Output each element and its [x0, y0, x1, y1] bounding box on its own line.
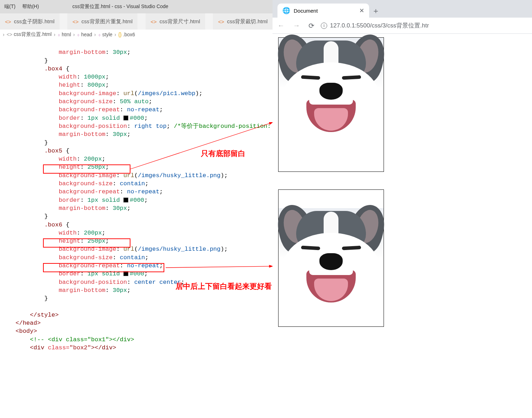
breadcrumb-item[interactable]: head	[81, 32, 92, 37]
close-icon[interactable]: ✕	[359, 7, 364, 14]
vscode-window: 端(T) 帮助(H) css背景位置.html - css - Visual S…	[0, 0, 273, 418]
chevron-right-icon: ›	[53, 32, 56, 37]
demo-box6	[278, 189, 384, 327]
editor-tab[interactable]: <>css盒子阴影.html	[0, 13, 60, 30]
html-file-icon: <>	[72, 19, 79, 25]
plus-icon: ＋	[372, 6, 380, 16]
chevron-right-icon: ›	[73, 32, 76, 37]
annotation-text: 只有底部留白	[201, 149, 245, 158]
html-file-icon: <>	[5, 19, 11, 25]
browser-tab-bar: 🌐 Document ✕ ＋	[273, 0, 532, 18]
browser-window: 🌐 Document ✕ ＋ ← → ⟳ i 127.0.0.1:5500/cs…	[273, 0, 532, 418]
browser-tab-title: Document	[294, 8, 318, 14]
site-info-icon[interactable]: i	[321, 23, 327, 29]
breadcrumb-item[interactable]: style	[102, 32, 112, 37]
browser-tab[interactable]: 🌐 Document ✕	[277, 4, 369, 18]
chevron-right-icon: ›	[2, 32, 5, 37]
code-symbol-icon: ⬨	[77, 32, 80, 37]
menu-bar: 端(T) 帮助(H)	[0, 2, 41, 11]
chevron-right-icon: ›	[114, 32, 117, 37]
code-symbol-icon: ⬨	[98, 32, 101, 37]
vscode-titlebar: 端(T) 帮助(H) css背景位置.html - css - Visual S…	[0, 0, 273, 13]
color-swatch-icon	[123, 198, 128, 202]
address-bar[interactable]: i 127.0.0.1:5500/css/3/css背景位置.htr	[321, 21, 429, 30]
husky-image	[279, 208, 384, 309]
editor-tab[interactable]: <>css背景图片重复.html	[67, 13, 137, 30]
editor-tab[interactable]: <>css背景尺寸.html	[146, 13, 205, 30]
chevron-right-icon: ›	[93, 32, 97, 37]
code-editor[interactable]: margin-bottom: 30px; } .box4 { width: 10…	[0, 39, 273, 360]
color-swatch-icon	[123, 271, 128, 276]
menu-terminal[interactable]: 端(T)	[2, 2, 18, 11]
globe-icon: 🌐	[282, 7, 290, 14]
reload-button[interactable]: ⟳	[306, 19, 317, 32]
code-symbol-icon: ⬨	[57, 32, 60, 37]
editor-tabs: <>css盒子阴影.html <>css背景图片重复.html <>css背景尺…	[0, 13, 273, 30]
breadcrumb-item[interactable]: html	[62, 32, 71, 37]
annotation-text: 居中后上下留白看起来更好看	[176, 281, 272, 291]
demo-box5	[278, 37, 384, 172]
html-file-icon: <>	[218, 19, 224, 25]
husky-image	[279, 38, 384, 138]
breadcrumb: › <> css背景位置.html › ⬨ html › ⬨ head › ⬨ …	[0, 30, 273, 39]
window-title: css背景位置.html - css - Visual Studio Code	[72, 4, 168, 10]
back-button[interactable]: ←	[275, 19, 287, 32]
color-swatch-icon	[123, 116, 128, 120]
html-file-icon: <>	[7, 32, 12, 37]
breadcrumb-item[interactable]: css背景位置.html	[14, 31, 51, 38]
url-text: 127.0.0.1:5500/css/3/css背景位置.htr	[330, 21, 429, 30]
brace-icon: {}	[118, 32, 121, 37]
new-tab-button[interactable]: ＋	[369, 4, 383, 18]
menu-help[interactable]: 帮助(H)	[20, 2, 41, 11]
forward-button[interactable]: →	[291, 19, 302, 32]
editor-tab[interactable]: <>css背景裁切.html	[213, 13, 273, 30]
html-file-icon: <>	[151, 19, 157, 25]
browser-viewport	[273, 34, 532, 418]
browser-toolbar: ← → ⟳ i 127.0.0.1:5500/css/3/css背景位置.htr	[273, 18, 532, 34]
breadcrumb-item[interactable]: .box6	[123, 32, 135, 37]
